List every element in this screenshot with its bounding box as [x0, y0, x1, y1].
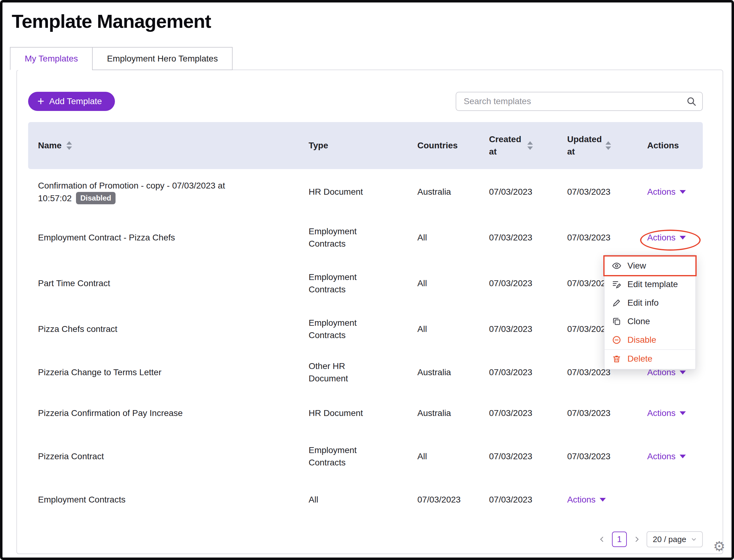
tab-bar: My Templates Employment Hero Templates	[10, 47, 732, 70]
table-row: Pizzeria Confirmation of Pay Increase HR…	[28, 393, 703, 434]
template-name: Employment Contracts	[38, 495, 125, 504]
countries-cell: All	[407, 231, 479, 244]
header-actions: Actions	[637, 139, 703, 152]
chevron-down-icon	[600, 498, 606, 502]
countries-cell: All	[407, 277, 479, 290]
trash-icon	[612, 354, 621, 363]
template-name-cell: Pizzeria Change to Terms Letter	[28, 366, 299, 379]
menu-item-delete[interactable]: Delete	[605, 349, 695, 368]
template-name-cell: Confirmation of Promotion - copy - 07/03…	[28, 180, 299, 205]
pencil-icon	[612, 298, 621, 308]
search-icon	[686, 96, 697, 107]
plus-icon: +	[37, 95, 44, 107]
template-name-cell: Employment Contracts	[28, 494, 299, 506]
created-cell: 07/03/2023	[479, 407, 557, 419]
chevron-right-icon	[632, 535, 641, 544]
template-name-cell: Pizzeria Contract	[28, 450, 299, 463]
header-countries: Countries	[407, 139, 479, 152]
add-template-button[interactable]: + Add Template	[28, 92, 115, 111]
actions-button[interactable]: Actions	[567, 494, 606, 506]
template-management-page: Template Management My Templates Employm…	[0, 0, 734, 560]
eye-icon	[612, 261, 621, 270]
countries-cell: Australia	[407, 186, 479, 198]
chevron-down-icon	[680, 455, 686, 458]
header-type: Type	[299, 139, 407, 152]
menu-item-disable[interactable]: Disable	[605, 331, 695, 349]
type-cell: HR Document	[299, 186, 407, 198]
type-cell: HR Document	[299, 407, 407, 419]
actions-cell: Actions	[637, 407, 703, 419]
tab-my-templates[interactable]: My Templates	[10, 47, 93, 70]
updated-cell: Actions	[557, 494, 637, 506]
toolbar: + Add Template	[28, 92, 703, 111]
header-name[interactable]: Name	[28, 139, 299, 152]
menu-item-edit-template[interactable]: Edit template	[605, 275, 695, 294]
sort-icon[interactable]	[605, 141, 611, 150]
page-size-select[interactable]: 20 / page	[647, 531, 703, 547]
template-name: Pizzeria Contract	[38, 452, 104, 461]
template-name: Part Time Contract	[38, 278, 110, 288]
template-name: Pizzeria Change to Terms Letter	[38, 367, 161, 377]
chevron-down-icon	[690, 535, 698, 543]
menu-item-view[interactable]: View	[605, 257, 695, 275]
table-row: Confirmation of Promotion - copy - 07/03…	[28, 169, 703, 215]
header-created-at[interactable]: Created at	[479, 133, 557, 158]
type-cell: Employment Contracts	[299, 444, 407, 469]
status-badge: Disabled	[76, 192, 116, 204]
pagination: 1 20 / page	[28, 531, 703, 547]
sort-icon[interactable]	[527, 141, 533, 150]
template-name: Pizzeria Confirmation of Pay Increase	[38, 408, 183, 418]
actions-button[interactable]: Actions	[647, 186, 686, 198]
page-number-button[interactable]: 1	[612, 532, 627, 547]
created-cell: 07/03/2023	[479, 450, 557, 463]
created-cell: 07/03/2023	[479, 277, 557, 290]
gear-icon[interactable]: ⚙	[713, 540, 725, 553]
menu-item-edit-info[interactable]: Edit info	[605, 294, 695, 312]
prev-page-button[interactable]	[598, 535, 606, 544]
template-name-cell: Employment Contract - Pizza Chefs	[28, 231, 299, 244]
actions-button[interactable]: Actions	[647, 407, 686, 419]
next-page-button[interactable]	[632, 535, 641, 544]
actions-cell: Actions	[637, 186, 703, 198]
template-name-cell: Pizzeria Confirmation of Pay Increase	[28, 407, 299, 419]
actions-button-open[interactable]: Actions	[647, 231, 686, 244]
chevron-down-icon	[680, 371, 686, 374]
sort-icon[interactable]	[66, 141, 72, 150]
type-cell: Other HR Document	[299, 360, 407, 385]
created-cell: 07/03/2023	[479, 366, 557, 379]
header-updated-at[interactable]: Updated at	[557, 133, 637, 158]
table-row: Part Time Contract Employment Contracts …	[28, 261, 703, 306]
created-cell: 07/03/2023	[479, 231, 557, 244]
add-template-label: Add Template	[49, 96, 102, 106]
page-title: Template Management	[12, 11, 732, 32]
template-name: Pizza Chefs contract	[38, 324, 117, 334]
search-box	[456, 92, 703, 111]
chevron-down-icon	[680, 236, 686, 240]
actions-button[interactable]: Actions	[647, 450, 686, 463]
template-name-cell: Part Time Contract	[28, 277, 299, 290]
created-cell: 07/03/2023	[479, 494, 557, 506]
template-name: Employment Contract - Pizza Chefs	[38, 233, 175, 242]
countries-cell: Australia	[407, 407, 479, 419]
type-cell: Employment Contracts	[299, 225, 407, 250]
countries-cell: 07/03/2023	[407, 494, 479, 506]
search-input[interactable]	[456, 92, 703, 111]
table-row: Pizzeria Change to Terms Letter Other HR…	[28, 352, 703, 393]
countries-cell: All	[407, 450, 479, 463]
menu-item-clone[interactable]: Clone	[605, 312, 695, 331]
tab-employment-hero-templates[interactable]: Employment Hero Templates	[92, 47, 233, 70]
type-cell: All	[299, 494, 407, 506]
actions-cell: Actions	[637, 450, 703, 463]
clone-icon	[612, 317, 621, 326]
template-name-cell: Pizza Chefs contract	[28, 323, 299, 335]
chevron-down-icon	[680, 190, 686, 194]
updated-cell: 07/03/2023	[557, 231, 637, 244]
actions-cell: Actions	[637, 231, 703, 244]
table-row: Employment Contracts All 07/03/2023 07/0…	[28, 479, 703, 520]
countries-cell: All	[407, 323, 479, 335]
updated-cell: 07/03/2023	[557, 186, 637, 198]
updated-cell: 07/03/2023	[557, 407, 637, 419]
chevron-left-icon	[598, 535, 606, 544]
type-cell: Employment Contracts	[299, 317, 407, 342]
edit-template-icon	[612, 280, 621, 289]
